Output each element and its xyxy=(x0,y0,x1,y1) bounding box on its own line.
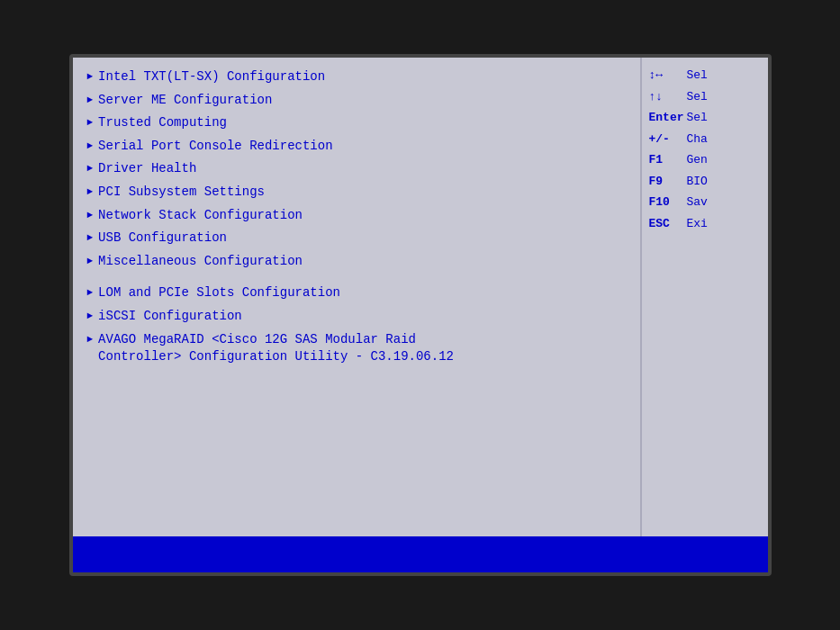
menu-item-label: Driver Health xyxy=(98,160,196,178)
menu-item-iscsi[interactable]: ► iSCSI Configuration xyxy=(87,308,626,326)
arrow-icon: ► xyxy=(87,286,94,300)
arrow-icon: ► xyxy=(87,209,94,222)
key-f10-sym: F10 xyxy=(649,194,687,212)
menu-item-driver-health[interactable]: ► Driver Health xyxy=(87,160,626,178)
menu-item-avago[interactable]: ► AVAGO MegaRAID <Cisco 12G SAS Modular … xyxy=(87,331,626,366)
side-panel: ↕↔ Sel ↑↓ Sel Enter Sel +/- Cha F1 Gen F… xyxy=(642,58,768,536)
menu-item-network[interactable]: ► Network Stack Configuration xyxy=(87,207,626,225)
arrow-icon: ► xyxy=(87,116,94,130)
menu-item-intel-txt[interactable]: ► Intel TXT(LT-SX) Configuration xyxy=(87,68,626,86)
arrow-icon: ► xyxy=(87,333,94,346)
key-row-f10: F10 Sav xyxy=(649,194,761,212)
arrow-icon: ► xyxy=(87,140,94,153)
arrow-icon: ► xyxy=(87,94,94,107)
key-updown-desc: Sel xyxy=(687,88,708,106)
key-esc-sym: ESC xyxy=(649,215,687,233)
menu-item-label: Network Stack Configuration xyxy=(98,207,303,225)
arrow-icon: ► xyxy=(87,310,94,323)
bios-screen: ► Intel TXT(LT-SX) Configuration ► Serve… xyxy=(69,54,772,576)
menu-item-label: LOM and PCIe Slots Configuration xyxy=(98,284,340,302)
menu-item-label: PCI Subsystem Settings xyxy=(98,184,265,202)
key-row-plusminus: +/- Cha xyxy=(649,130,761,148)
avago-line1: AVAGO MegaRAID <Cisco 12G SAS Modular Ra… xyxy=(98,332,416,346)
menu-item-label: iSCSI Configuration xyxy=(98,308,242,326)
status-bar xyxy=(73,536,768,572)
key-f1-sym: F1 xyxy=(649,151,687,169)
menu-item-serial[interactable]: ► Serial Port Console Redirection xyxy=(87,138,626,156)
key-esc-desc: Exi xyxy=(687,215,708,233)
avago-line2: Controller> Configuration Utility - C3.1… xyxy=(98,349,454,364)
key-row-arrows: ↕↔ Sel xyxy=(649,67,761,85)
menu-item-server-me[interactable]: ► Server ME Configuration xyxy=(87,92,626,110)
key-f9-desc: BIO xyxy=(687,173,708,191)
arrow-icon: ► xyxy=(87,255,94,268)
key-updown-sym: ↑↓ xyxy=(649,88,687,106)
arrow-icon: ► xyxy=(87,70,94,84)
menu-item-misc[interactable]: ► Miscellaneous Configuration xyxy=(87,253,626,271)
key-f9-sym: F9 xyxy=(649,173,687,191)
key-row-esc: ESC Exi xyxy=(649,215,761,233)
key-f1-desc: Gen xyxy=(687,151,708,169)
key-arrows-sym: ↕↔ xyxy=(649,67,687,85)
menu-item-label: Intel TXT(LT-SX) Configuration xyxy=(98,68,325,86)
menu-item-trusted[interactable]: ► Trusted Computing xyxy=(87,114,626,132)
menu-item-label: Miscellaneous Configuration xyxy=(98,253,303,271)
menu-item-label: Trusted Computing xyxy=(98,114,227,132)
spacer xyxy=(87,275,626,284)
key-arrows-desc: Sel xyxy=(687,67,708,85)
main-panel: ► Intel TXT(LT-SX) Configuration ► Serve… xyxy=(73,58,642,536)
key-f10-desc: Sav xyxy=(687,194,708,212)
key-enter-desc: Sel xyxy=(687,109,708,127)
menu-item-usb[interactable]: ► USB Configuration xyxy=(87,230,626,248)
menu-item-lom[interactable]: ► LOM and PCIe Slots Configuration xyxy=(87,284,626,302)
menu-item-label: AVAGO MegaRAID <Cisco 12G SAS Modular Ra… xyxy=(98,331,454,366)
key-row-f9: F9 BIO xyxy=(649,173,761,191)
menu-item-label: Server ME Configuration xyxy=(98,92,272,110)
bios-content: ► Intel TXT(LT-SX) Configuration ► Serve… xyxy=(73,58,768,536)
key-row-f1: F1 Gen xyxy=(649,151,761,169)
menu-item-label: Serial Port Console Redirection xyxy=(98,138,332,156)
arrow-icon: ► xyxy=(87,162,94,176)
key-row-updown: ↑↓ Sel xyxy=(649,88,761,106)
key-plusminus-desc: Cha xyxy=(687,130,708,148)
key-enter-sym: Enter xyxy=(649,109,687,127)
arrow-icon: ► xyxy=(87,231,94,245)
key-row-enter: Enter Sel xyxy=(649,109,761,127)
key-plusminus-sym: +/- xyxy=(649,130,687,148)
menu-item-pci[interactable]: ► PCI Subsystem Settings xyxy=(87,184,626,202)
menu-item-label: USB Configuration xyxy=(98,230,227,248)
arrow-icon: ► xyxy=(87,185,94,199)
